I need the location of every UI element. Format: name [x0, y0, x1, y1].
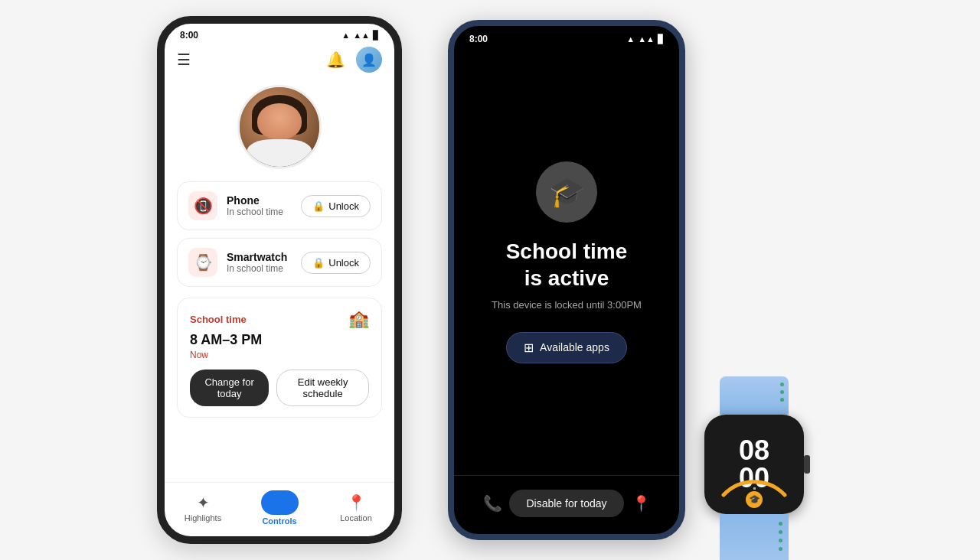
school-time-header: School time 🏫 — [190, 309, 369, 329]
watch-band-top-holes — [780, 383, 784, 402]
device-list: 📵 Phone In school time 🔒 Unlock ⌚ Smartw… — [165, 181, 394, 287]
header-action-icons: 🔔 👤 — [326, 47, 382, 73]
smartwatch-device-card: ⌚ Smartwatch In school time 🔒 Unlock — [177, 238, 382, 287]
watch-dot — [753, 487, 756, 490]
left-phone-header: ☰ 🔔 👤 — [165, 44, 394, 79]
lock-icon-2: 🔒 — [312, 257, 325, 269]
change-for-today-button[interactable]: Change for today — [190, 370, 269, 406]
call-icon: 📞 — [483, 494, 502, 513]
user-avatar-header[interactable]: 👤 — [356, 47, 382, 73]
watch-hole-2 — [780, 390, 784, 394]
right-status-bar: 8:00 ▲ ▲▲ ▊ — [454, 26, 679, 49]
school-time-range: 8 AM–3 PM — [190, 332, 369, 348]
right-wifi-icon: ▲ — [626, 34, 635, 44]
wifi-icon: ▲ — [341, 31, 350, 40]
controls-icon: ⊞ — [273, 494, 286, 511]
right-battery-icon: ▊ — [658, 34, 664, 44]
school-active-title-line1: School time — [506, 239, 628, 263]
smartwatch-device-name: Smartwatch — [227, 251, 292, 263]
menu-icon[interactable]: ☰ — [177, 50, 191, 69]
lock-icon: 🔒 — [312, 200, 325, 212]
phone-device-status: In school time — [227, 207, 292, 217]
nav-item-location[interactable]: 📍 Location — [333, 493, 379, 523]
watch-hole-1 — [780, 383, 784, 386]
school-active-title-line2: is active — [524, 266, 609, 290]
school-active-emoji: 🎓 — [549, 175, 585, 209]
avatar-face — [257, 103, 301, 139]
phone-device-name: Phone — [227, 194, 292, 207]
watch-band-bottom — [720, 514, 789, 560]
controls-label: Controls — [262, 516, 296, 526]
phone-unlock-button[interactable]: 🔒 Unlock — [301, 195, 371, 217]
watch-band-top — [720, 376, 789, 415]
school-time-card: School time 🏫 8 AM–3 PM Now Change for t… — [177, 298, 382, 418]
right-phone: 8:00 ▲ ▲▲ ▊ 🎓 ✦ School time is active Th… — [448, 20, 685, 540]
watch-body: 08 00 🎓 — [704, 415, 804, 514]
left-phone: 8:00 ▲ ▲▲ ▊ ☰ 🔔 👤 📵 — [157, 16, 402, 544]
left-status-icons: ▲ ▲▲ ▊ — [341, 31, 379, 41]
available-apps-label: Available apps — [540, 341, 609, 353]
phone-device-icon: 📵 — [194, 197, 213, 215]
watch-school-icon: 🎓 — [749, 494, 760, 505]
location-right-icon: 📍 — [632, 494, 651, 513]
call-button[interactable]: 📞 — [475, 487, 509, 520]
smartwatch-device: 08 00 🎓 — [685, 376, 823, 560]
right-bottom-nav: 📞 Disable for today 📍 — [454, 475, 679, 534]
watch-hole-4 — [779, 522, 782, 526]
avatar-image — [240, 87, 319, 167]
left-status-bar: 8:00 ▲ ▲▲ ▊ — [165, 24, 394, 44]
sparkle-icon: ✦ — [590, 158, 600, 173]
location-right-button[interactable]: 📍 — [624, 487, 658, 520]
left-time: 8:00 — [180, 30, 198, 41]
signal-icon: ▲▲ — [353, 31, 370, 40]
location-label: Location — [340, 513, 372, 523]
smartwatch-device-info: Smartwatch In school time — [227, 251, 292, 274]
phone-unlock-label: Unlock — [328, 200, 359, 212]
school-active-subtitle: This device is locked until 3:00PM — [492, 299, 642, 311]
highlights-label: Highlights — [185, 513, 221, 523]
school-time-now: Now — [190, 350, 369, 360]
right-signal-icon: ▲▲ — [638, 34, 655, 44]
highlights-icon: ✦ — [197, 493, 210, 512]
watch-hole-6 — [779, 539, 782, 542]
disable-for-today-button[interactable]: Disable for today — [509, 490, 623, 517]
notification-bell-icon[interactable]: 🔔 — [326, 50, 345, 69]
nav-item-highlights[interactable]: ✦ Highlights — [180, 493, 226, 523]
right-phone-content: 🎓 ✦ School time is active This device is… — [454, 49, 679, 475]
school-active-title: School time is active — [506, 238, 628, 291]
smartwatch-unlock-label: Unlock — [328, 257, 359, 269]
watch-hole-3 — [780, 398, 784, 402]
battery-icon: ▊ — [373, 31, 379, 41]
school-active-icon-wrap: 🎓 ✦ — [536, 161, 597, 223]
nav-item-controls[interactable]: ⊞ Controls — [256, 490, 302, 526]
right-status-icons: ▲ ▲▲ ▊ — [626, 34, 664, 44]
apps-grid-icon: ⊞ — [524, 340, 534, 355]
phone-device-info: Phone In school time — [227, 194, 292, 217]
controls-icon-wrap: ⊞ — [261, 490, 299, 515]
smartwatch-device-icon: ⌚ — [194, 253, 213, 272]
watch-crown — [804, 455, 810, 474]
right-time: 8:00 — [469, 34, 488, 44]
smartwatch-device-status: In school time — [227, 263, 292, 274]
watch-bottom-area: 🎓 — [746, 487, 763, 508]
smartwatch-unlock-button[interactable]: 🔒 Unlock — [301, 252, 371, 274]
profile-section — [165, 79, 394, 181]
school-time-icon: 🏫 — [348, 309, 369, 329]
watch-hole-5 — [779, 530, 782, 534]
school-time-label: School time — [190, 314, 247, 325]
watch-hole-7 — [779, 547, 782, 551]
watch-band-bottom-holes — [779, 522, 782, 551]
school-time-actions: Change for today Edit weekly schedule — [190, 370, 369, 406]
avatar-body — [247, 139, 311, 167]
location-nav-icon: 📍 — [347, 493, 366, 512]
phone-device-icon-wrap: 📵 — [188, 191, 217, 220]
watch-school-badge: 🎓 — [746, 491, 763, 508]
profile-avatar[interactable] — [237, 85, 322, 169]
bottom-navigation: ✦ Highlights ⊞ Controls 📍 Location — [165, 482, 394, 536]
edit-weekly-schedule-button[interactable]: Edit weekly schedule — [276, 370, 369, 406]
smartwatch-device-icon-wrap: ⌚ — [188, 248, 217, 277]
phone-device-card: 📵 Phone In school time 🔒 Unlock — [177, 181, 382, 230]
available-apps-button[interactable]: ⊞ Available apps — [506, 332, 627, 363]
